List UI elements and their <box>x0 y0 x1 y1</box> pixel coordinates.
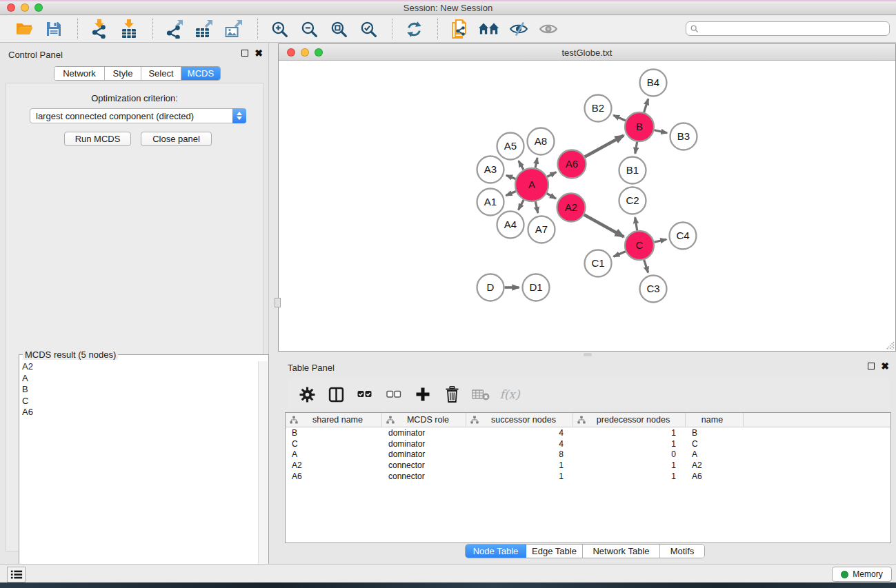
import-table-icon[interactable] <box>119 19 139 39</box>
export-network-icon[interactable] <box>164 19 185 39</box>
result-scrollbar[interactable] <box>258 361 268 586</box>
memory-button[interactable]: Memory <box>832 567 892 582</box>
optimization-criterion-label: Optimization criterion: <box>6 93 263 103</box>
table-row[interactable]: Bdominator41B <box>286 427 890 438</box>
close-panel-button[interactable]: Close panel <box>141 132 212 146</box>
zoom-selected-icon[interactable] <box>358 19 379 39</box>
criterion-select[interactable]: largest connected component (directed) <box>30 108 246 123</box>
app-title: Session: New Session <box>0 3 896 13</box>
column-header-shared-name[interactable]: shared name <box>286 413 382 427</box>
zoom-out-icon[interactable] <box>299 19 319 39</box>
graph-node-A8[interactable]: A8 <box>528 128 555 155</box>
split-view-icon[interactable] <box>326 385 346 404</box>
export-image-icon[interactable] <box>223 19 244 39</box>
graph-node-B1[interactable]: B1 <box>619 157 646 184</box>
svg-text:C3: C3 <box>646 283 659 294</box>
graph-node-C[interactable]: C <box>625 231 654 260</box>
window-edge-grip[interactable] <box>275 298 281 307</box>
graph-node-B4[interactable]: B4 <box>640 70 667 97</box>
edge-A-A4 <box>519 200 524 210</box>
settings-icon[interactable] <box>297 385 317 404</box>
graph-node-A6[interactable]: A6 <box>558 150 586 179</box>
result-node-item[interactable]: A <box>21 373 257 385</box>
tab-motifs[interactable]: Motifs <box>660 545 704 558</box>
tab-mcds[interactable]: MCDS <box>181 67 220 80</box>
column-header-name[interactable]: name <box>686 413 744 427</box>
network-window-titlebar[interactable]: testGlobe.txt <box>279 44 895 61</box>
close-table-panel-icon[interactable]: ✖ <box>881 363 889 369</box>
tab-select[interactable]: Select <box>141 67 181 80</box>
function-icon[interactable]: f(x) <box>500 385 519 404</box>
tab-node-table[interactable]: Node Table <box>466 545 526 558</box>
tab-network[interactable]: Network <box>54 67 105 80</box>
graph-node-A5[interactable]: A5 <box>497 133 524 160</box>
export-table-icon[interactable] <box>194 19 215 39</box>
cell-shared-name: A2 <box>286 460 382 470</box>
graph-node-D1[interactable]: D1 <box>523 274 550 301</box>
deselect-all-icon[interactable] <box>384 385 404 404</box>
table-row[interactable]: A2connector11A2 <box>286 460 890 471</box>
float-panel-icon[interactable] <box>241 50 248 57</box>
delete-table-icon[interactable] <box>471 385 490 404</box>
svg-text:B: B <box>636 121 643 132</box>
result-node-item[interactable]: A6 <box>21 407 257 418</box>
graph-node-D[interactable]: D <box>477 274 504 301</box>
task-history-button[interactable] <box>7 567 26 582</box>
svg-text:A: A <box>528 179 535 190</box>
refresh-icon[interactable] <box>404 19 424 39</box>
float-table-panel-icon[interactable] <box>868 363 875 369</box>
tab-network-table[interactable]: Network Table <box>583 545 660 558</box>
tab-style[interactable]: Style <box>105 67 141 80</box>
graph-node-C2[interactable]: C2 <box>619 187 646 214</box>
graph-node-A3[interactable]: A3 <box>477 156 504 183</box>
graph-node-A7[interactable]: A7 <box>528 216 555 243</box>
graph-node-A2[interactable]: A2 <box>557 194 586 222</box>
cell-predecessor-nodes: 0 <box>573 449 686 459</box>
clone-network-icon[interactable] <box>449 19 470 39</box>
result-node-item[interactable]: C <box>21 396 257 407</box>
import-network-icon[interactable] <box>89 19 110 39</box>
column-header-successor-nodes[interactable]: successor nodes <box>466 413 573 427</box>
graph-node-A[interactable]: A <box>515 168 548 201</box>
select-all-icon[interactable] <box>355 385 375 404</box>
open-folder-icon[interactable] <box>14 19 34 39</box>
window-top-edge <box>0 0 896 1</box>
zoom-in-icon[interactable] <box>269 19 290 39</box>
svg-text:D: D <box>487 281 495 293</box>
svg-text:A5: A5 <box>504 140 517 152</box>
graph-node-A1[interactable]: A1 <box>477 189 504 216</box>
home-icon[interactable] <box>479 19 499 39</box>
graph-node-C3[interactable]: C3 <box>640 276 667 303</box>
result-node-item[interactable]: B <box>21 384 257 396</box>
network-canvas[interactable]: B4B2BB3A5A8A6A3B1AA1C2A2A4A7C4CC1DD1C3 <box>279 61 895 351</box>
network-window-title: testGlobe.txt <box>279 48 895 58</box>
svg-text:A4: A4 <box>504 219 517 230</box>
graph-node-B[interactable]: B <box>625 112 654 141</box>
column-header-predecessor-nodes[interactable]: predecessor nodes <box>573 413 686 427</box>
search-input[interactable] <box>701 24 889 34</box>
run-mcds-button[interactable]: Run MCDS <box>64 132 131 146</box>
delete-icon[interactable] <box>442 385 461 404</box>
column-header-MCDS-role[interactable]: MCDS role <box>382 413 466 427</box>
search-box[interactable] <box>686 21 890 36</box>
graph-node-B2[interactable]: B2 <box>585 95 612 122</box>
save-icon[interactable] <box>43 19 64 39</box>
horizontal-scroll-thumb[interactable] <box>584 353 592 356</box>
close-panel-icon[interactable]: ✖ <box>255 50 263 57</box>
resize-grip-icon[interactable] <box>884 340 895 350</box>
table-row[interactable]: A6connector11A6 <box>286 471 890 482</box>
table-row[interactable]: Adominator80A <box>286 449 890 460</box>
graph-node-C4[interactable]: C4 <box>670 223 697 250</box>
add-icon[interactable] <box>413 385 432 404</box>
graph-node-B3[interactable]: B3 <box>670 123 697 150</box>
hide-icon[interactable] <box>508 19 529 39</box>
graph-node-C1[interactable]: C1 <box>585 250 612 277</box>
graph-node-A4[interactable]: A4 <box>497 212 524 239</box>
result-node-item[interactable]: A2 <box>21 361 257 373</box>
cell-successor-nodes: 1 <box>466 460 573 470</box>
show-icon[interactable] <box>538 19 559 39</box>
zoom-fit-icon[interactable] <box>328 19 349 39</box>
edge-A6-B <box>585 136 624 157</box>
tab-edge-table[interactable]: Edge Table <box>526 545 583 558</box>
table-row[interactable]: Cdominator41C <box>286 438 890 449</box>
